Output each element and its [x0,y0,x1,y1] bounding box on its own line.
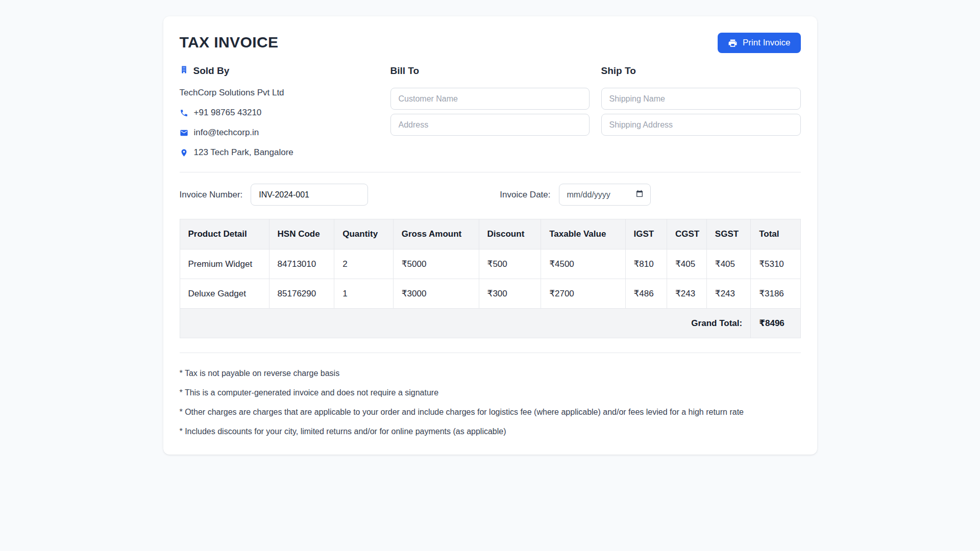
grand-total-value: ₹8496 [751,309,800,338]
column-header: Quantity [334,219,394,249]
ship-to-heading: Ship To [601,65,801,77]
envelope-icon [180,129,188,137]
footnote: * Includes discounts for your city, limi… [180,427,801,436]
invoice-card: TAX INVOICE Print Invoice Sold By TechCo… [163,16,817,455]
invoice-date-placeholder: mm/dd/yyyy [567,190,610,199]
table-cell: ₹4500 [541,249,625,279]
bill-to-heading: Bill To [390,65,590,77]
footnote: * This is a computer-generated invoice a… [180,388,801,397]
sold-by-heading: Sold By [180,65,379,77]
map-pin-icon [180,148,188,157]
column-header: Total [751,219,800,249]
table-cell: ₹405 [706,249,750,279]
column-header: IGST [625,219,667,249]
sold-by-heading-label: Sold By [193,65,230,77]
invoice-number-input[interactable] [251,184,368,206]
column-header: Product Detail [180,219,269,249]
grand-total-row: Grand Total: ₹8496 [180,309,800,338]
table-cell: ₹2700 [541,279,625,309]
seller-address-text: 123 Tech Park, Bangalore [194,147,293,158]
invoice-number-label: Invoice Number: [180,190,243,200]
seller-email: info@techcorp.in [180,128,379,138]
column-header: CGST [667,219,707,249]
calendar-icon[interactable] [635,190,644,200]
column-header: SGST [706,219,750,249]
table-cell: 2 [334,249,394,279]
sold-by-section: Sold By TechCorp Solutions Pvt Ltd +91 9… [180,65,379,158]
seller-email-text: info@techcorp.in [194,128,259,138]
grand-total-label: Grand Total: [180,309,751,338]
table-cell: ₹500 [479,249,541,279]
table-cell: ₹243 [706,279,750,309]
seller-phone-text: +91 98765 43210 [194,108,262,118]
shipping-name-input[interactable] [601,88,801,110]
table-cell: ₹810 [625,249,667,279]
phone-icon [180,109,188,117]
header-divider [180,172,801,172]
bill-to-section: Bill To [390,65,590,158]
table-cell: ₹5000 [393,249,479,279]
footnote: * Tax is not payable on reverse charge b… [180,369,801,378]
customer-name-input[interactable] [390,88,590,110]
table-row: Deluxe Gadget851762901₹3000₹300₹2700₹486… [180,279,800,309]
invoice-meta-row: Invoice Number: Invoice Date: mm/dd/yyyy [180,184,801,206]
line-items-table: Product DetailHSN CodeQuantityGross Amou… [180,219,801,338]
table-cell: Deluxe Gadget [180,279,269,309]
table-cell: 84713010 [269,249,334,279]
table-cell: 1 [334,279,394,309]
column-header: HSN Code [269,219,334,249]
print-invoice-button-label: Print Invoice [743,38,791,48]
table-cell: ₹5310 [751,249,800,279]
column-header: Discount [479,219,541,249]
printer-icon [728,38,738,48]
invoice-date-label: Invoice Date: [500,190,550,200]
table-cell: 85176290 [269,279,334,309]
print-invoice-button[interactable]: Print Invoice [718,33,801,53]
page-title: TAX INVOICE [180,33,279,51]
table-header-row: Product DetailHSN CodeQuantityGross Amou… [180,219,800,249]
table-divider [180,353,801,353]
billing-address-input[interactable] [390,114,590,136]
table-cell: ₹405 [667,249,707,279]
shipping-address-input[interactable] [601,114,801,136]
parties-section: Sold By TechCorp Solutions Pvt Ltd +91 9… [180,65,801,158]
table-cell: ₹3186 [751,279,800,309]
footnote: * Other charges are charges that are app… [180,408,801,417]
table-cell: ₹3000 [393,279,479,309]
column-header: Taxable Value [541,219,625,249]
column-header: Gross Amount [393,219,479,249]
invoice-date-input[interactable]: mm/dd/yyyy [559,184,651,206]
table-cell: Premium Widget [180,249,269,279]
table-cell: ₹486 [625,279,667,309]
card-header: TAX INVOICE Print Invoice [180,33,801,53]
seller-phone: +91 98765 43210 [180,108,379,118]
ship-to-heading-label: Ship To [601,65,636,77]
table-cell: ₹243 [667,279,707,309]
seller-company-name: TechCorp Solutions Pvt Ltd [180,88,379,98]
ship-to-section: Ship To [601,65,801,158]
table-row: Premium Widget847130102₹5000₹500₹4500₹81… [180,249,800,279]
bill-to-heading-label: Bill To [390,65,420,77]
building-icon [180,65,188,77]
footnotes: * Tax is not payable on reverse charge b… [180,369,801,436]
seller-address: 123 Tech Park, Bangalore [180,147,379,158]
table-cell: ₹300 [479,279,541,309]
